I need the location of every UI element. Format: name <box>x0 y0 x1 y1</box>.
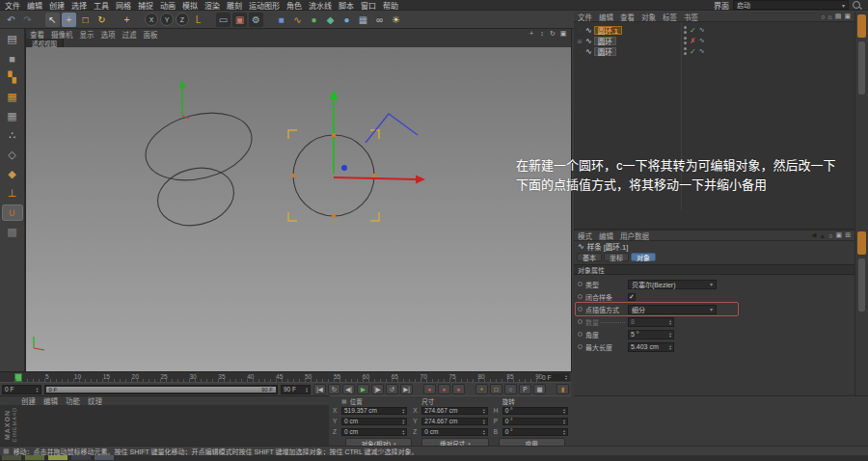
last-used-tool-icon[interactable]: + <box>120 13 134 27</box>
menubar-item-2[interactable]: 创建 <box>49 0 65 11</box>
rotation-b-field[interactable]: 0 °▴▾ <box>502 428 568 436</box>
add-light-icon[interactable]: ☀ <box>389 13 403 27</box>
viewport-menu-item-3[interactable]: 选项 <box>101 29 116 40</box>
goto-end-icon[interactable]: ▶| <box>400 384 413 394</box>
attr-menu-item-1[interactable]: 编辑 <box>599 230 613 241</box>
material-manager[interactable]: 创建编辑功能纹理 MAXON CINEMA4D <box>0 395 329 446</box>
axis-mode-icon[interactable]: ⊥ <box>3 186 22 201</box>
goto-start-icon[interactable]: |◀ <box>313 384 326 394</box>
add-deformer-icon[interactable]: ◆ <box>323 13 338 27</box>
material-menu-item-1[interactable]: 编辑 <box>43 395 58 406</box>
menubar-item-7[interactable]: 动画 <box>160 0 176 11</box>
menubar-item-4[interactable]: 工具 <box>94 0 109 11</box>
viewport-scene[interactable] <box>26 47 571 371</box>
lock-icon[interactable]: ▣ <box>836 231 843 239</box>
keyframe-dot-icon[interactable] <box>578 307 583 312</box>
grid-array-icon[interactable]: ▩ <box>3 225 22 239</box>
type-dropdown[interactable]: 贝塞尔(Bezier)▾ <box>628 280 717 289</box>
om-menu-item-0[interactable]: 文件 <box>578 12 592 22</box>
coordinate-system-icon[interactable]: L <box>191 13 205 27</box>
redo-icon[interactable]: ↷ <box>20 13 35 27</box>
play-forward-icon[interactable]: ▶ <box>357 384 369 394</box>
render-picture-viewer-icon[interactable]: ▣ <box>232 13 247 27</box>
menubar-item-0[interactable]: 文件 <box>5 0 20 11</box>
keyframe-dot-icon[interactable] <box>578 294 583 299</box>
visibility-dots-icon[interactable] <box>684 26 687 34</box>
size-y-field[interactable]: 274.667 cm▴▾ <box>421 418 487 425</box>
blue-handle-bracket[interactable] <box>366 114 418 143</box>
object-row-3[interactable]: · ∿ 圆环 ✓ ∿ <box>574 46 868 56</box>
om-menu-item-2[interactable]: 查看 <box>620 12 635 22</box>
keyframe-dot-icon[interactable] <box>578 344 583 349</box>
enabled-check-icon[interactable]: ✓ <box>690 26 696 35</box>
add-environment-icon[interactable]: ● <box>339 13 354 27</box>
attr-scrollbar[interactable] <box>858 258 865 312</box>
rotation-p-field[interactable]: 0 °▴▾ <box>502 418 568 425</box>
search-icon[interactable]: ○ <box>828 232 832 239</box>
texture-mode-icon[interactable]: ▚ <box>3 70 22 85</box>
rotate-tool-icon[interactable]: ↻ <box>95 13 109 27</box>
undo-icon[interactable]: ↶ <box>4 13 18 27</box>
number-field[interactable]: 8▴▾ <box>628 317 674 327</box>
render-view-icon[interactable]: ▭ <box>216 13 231 27</box>
z-axis-dot[interactable] <box>341 165 347 171</box>
object-manager[interactable]: 文件编辑查看对象标签书签 ○⌂▤▣ · ∿ 圆环.1 ✓ ∿ ⊞ <box>574 12 868 229</box>
menubar-item-5[interactable]: 网格 <box>116 0 131 11</box>
keyframe-rotation-icon[interactable]: ○ <box>504 384 517 394</box>
snap-toggle-icon[interactable]: ∪ <box>3 205 22 220</box>
spline-tag-icon[interactable]: ∿ <box>699 37 705 44</box>
points-mode-icon[interactable]: ∴ <box>3 128 22 143</box>
add-spline-pen-icon[interactable]: ∿ <box>290 13 305 27</box>
keyframe-dot-icon[interactable] <box>578 319 583 324</box>
edges-mode-icon[interactable]: ◇ <box>3 148 22 162</box>
add-camera-grid-icon[interactable]: ▦ <box>356 13 370 27</box>
om-menu-item-3[interactable]: 对象 <box>641 12 656 22</box>
search-icon[interactable] <box>853 1 860 9</box>
viewport-tab-perspective[interactable]: 透视视图 <box>26 39 64 47</box>
material-menu-item-2[interactable]: 功能 <box>66 395 80 406</box>
autokeying-icon[interactable]: ● <box>438 384 450 394</box>
max-length-field[interactable]: 5.403 cm▴▾ <box>628 342 674 352</box>
keyframe-pla-icon[interactable]: ▦ <box>533 384 546 394</box>
z-axis-lock-icon[interactable]: Z <box>176 13 189 26</box>
record-options-icon[interactable]: ● <box>452 384 465 394</box>
move-tool-icon[interactable]: + <box>62 13 76 27</box>
menubar-item-8[interactable]: 模拟 <box>182 0 198 11</box>
x-axis-arrow[interactable] <box>334 176 425 184</box>
menubar-item-1[interactable]: 编辑 <box>27 0 42 11</box>
menubar-item-6[interactable]: 捕捉 <box>138 0 153 11</box>
x-axis-lock-icon[interactable]: X <box>145 13 158 26</box>
tab-coordinates[interactable]: 坐标 <box>604 253 629 261</box>
pan-view-icon[interactable]: + <box>528 30 535 38</box>
visibility-dots-icon[interactable] <box>684 37 687 44</box>
size-z-field[interactable]: 0 cm▴▾ <box>421 428 487 436</box>
stepper-icon[interactable]: ▴▾ <box>565 374 567 380</box>
disabled-cross-icon[interactable]: ✗ <box>690 37 696 45</box>
om-menu-item-5[interactable]: 书签 <box>684 12 698 22</box>
stepper-icon[interactable]: ▴▾ <box>37 387 39 393</box>
polygons-mode-icon[interactable]: ◆ <box>3 167 22 181</box>
enabled-check-icon[interactable]: ✓ <box>690 47 696 56</box>
add-link-icon[interactable]: ∞ <box>372 13 387 27</box>
model-mode-icon[interactable]: ■ <box>3 51 22 66</box>
next-frame-icon[interactable]: |▶ <box>371 384 384 394</box>
render-settings-icon[interactable]: ⚙ <box>249 13 263 27</box>
panel-box-icon[interactable]: ▣ <box>844 13 851 20</box>
toggle-view-icon[interactable]: ▣ <box>559 30 567 38</box>
rotate-view-icon[interactable]: ↻ <box>549 30 556 38</box>
menubar-item-11[interactable]: 运动图形 <box>249 0 280 11</box>
scale-tool-icon[interactable]: □ <box>78 13 93 27</box>
back-arrow-icon[interactable]: ◀ <box>811 231 816 239</box>
position-z-field[interactable]: 0 cm▴▾ <box>341 428 407 436</box>
attr-menu-item-2[interactable]: 用户数据 <box>620 230 649 241</box>
tab-basic[interactable]: 基本 <box>577 253 602 261</box>
add-generator-icon[interactable]: ● <box>307 13 321 27</box>
y-axis-arrow[interactable] <box>330 90 339 174</box>
object-row-1[interactable]: · ∿ 圆环.1 ✓ ∿ <box>574 25 868 35</box>
menubar-item-10[interactable]: 雕刻 <box>227 0 242 11</box>
texture-axis-mode-icon[interactable]: ▦ <box>3 90 22 104</box>
viewport-menu-item-2[interactable]: 显示 <box>80 29 95 40</box>
loop-mode-icon[interactable]: ↻ <box>328 384 340 394</box>
menubar-item-3[interactable]: 选择 <box>71 0 87 11</box>
spline-tag-icon[interactable]: ∿ <box>699 26 705 34</box>
